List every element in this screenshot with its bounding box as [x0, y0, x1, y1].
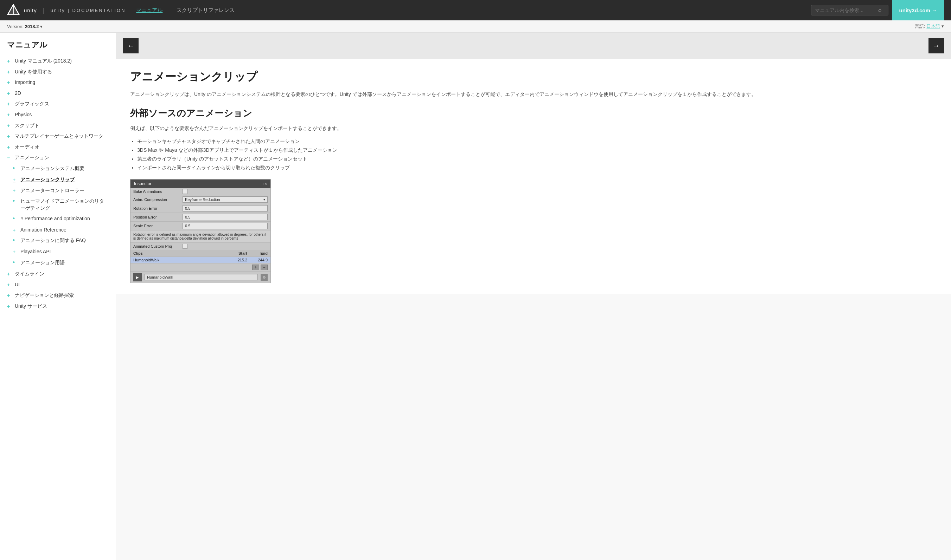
- header-nav: マニュアル スクリプトリファレンス: [136, 7, 811, 14]
- sidebar-item-label: # Performance and optimization: [20, 215, 90, 222]
- sidebar-item-playables-api[interactable]: + Playables API: [0, 247, 116, 257]
- sidebar-item-animation[interactable]: − アニメーション: [0, 152, 116, 163]
- section1-desc: 例えば、以下のような要素を含んだアニメーションクリップをインポートすることができ…: [130, 125, 937, 133]
- sidebar-item-label: Unity を使用する: [15, 69, 52, 75]
- sidebar-item-label: タイムライン: [15, 271, 44, 277]
- search-input[interactable]: [815, 8, 878, 13]
- position-error-row: Position Error 0.5: [130, 213, 270, 222]
- page-title: アニメーションクリップ: [130, 69, 937, 85]
- sidebar-item-label: Unity マニュアル (2018.2): [15, 58, 72, 65]
- sidebar-item-label: UI: [15, 282, 20, 288]
- list-item: モーションキャプチャスタジオでキャプチャされた人間のアニメーション: [137, 137, 937, 146]
- sidebar-item-label: Animation Reference: [20, 226, 66, 234]
- inspector-titlebar: Inspector − □ ×: [130, 180, 270, 188]
- expand-icon: +: [13, 177, 18, 184]
- anim-compression-row: Anim. Compression Keyframe Reduction ▾: [130, 195, 270, 204]
- bake-animations-label: Bake Animations: [133, 189, 182, 194]
- version-value: 2018.2: [25, 24, 39, 29]
- clips-remove-button[interactable]: −: [261, 265, 268, 270]
- sidebar-item-label: Playables API: [20, 248, 51, 255]
- sidebar-item-animation-overview[interactable]: • アニメーションシステム概要: [0, 163, 116, 175]
- sidebar-item-label: アニメーションシステム概要: [20, 165, 84, 172]
- expand-icon: +: [7, 112, 12, 119]
- bake-animations-checkbox[interactable]: [182, 189, 187, 194]
- clips-add-button[interactable]: +: [252, 265, 259, 270]
- inspector-maximize-icon[interactable]: □: [261, 182, 263, 186]
- animated-custom-row: Animated Custom Proj: [130, 243, 270, 250]
- expand-icon: +: [7, 271, 12, 278]
- sidebar-item-label: アニメーション: [15, 154, 49, 161]
- clips-header: Clips Start End: [130, 250, 270, 257]
- sidebar-item-animation-faq[interactable]: • アニメーションに関する FAQ: [0, 235, 116, 247]
- sidebar-item-humanoid-retargeting[interactable]: • ヒューマノイドアニメーションのリターゲティング: [0, 196, 116, 213]
- version-bar: Version: 2018.2 ▾ 言語: 日本語 ▾: [0, 20, 951, 33]
- dot-icon: •: [13, 236, 18, 245]
- play-button[interactable]: ▶: [133, 273, 142, 282]
- dot-icon: •: [13, 197, 18, 206]
- sidebar-item-timeline[interactable]: + タイムライン: [0, 269, 116, 280]
- rotation-error-value: 0.5: [182, 205, 268, 211]
- dot-icon: •: [13, 258, 18, 267]
- sidebar-item-animation-terms[interactable]: • アニメーション用語: [0, 257, 116, 269]
- expand-icon: +: [7, 79, 12, 86]
- sidebar-item-audio[interactable]: + オーディオ: [0, 142, 116, 153]
- playback-bar: ▶ HumanoidWalk ⚙: [130, 272, 270, 283]
- sidebar-item-animation-clip[interactable]: + アニメーションクリップ: [0, 175, 116, 186]
- search-icon: ⌕: [878, 7, 882, 13]
- sidebar-item-label: ナビゲーションと経路探索: [15, 292, 74, 299]
- nav-manual-link[interactable]: マニュアル: [136, 7, 162, 14]
- search-bar[interactable]: ⌕: [811, 5, 888, 15]
- sidebar-item-unity-services[interactable]: + Unity サービス: [0, 301, 116, 312]
- anim-compression-label: Anim. Compression: [133, 197, 182, 202]
- sidebar-item-label: マルチプレイヤーゲームとネットワーク: [15, 133, 103, 140]
- anim-compression-text: Keyframe Reduction: [185, 197, 220, 202]
- gear-button[interactable]: ⚙: [261, 274, 268, 281]
- expand-icon: +: [7, 292, 12, 299]
- dropdown-arrow-icon: ▾: [263, 198, 265, 201]
- sidebar-item-label: Unity サービス: [15, 303, 47, 310]
- clip-end: 244.9: [250, 258, 268, 262]
- expand-icon: +: [7, 303, 12, 310]
- sidebar-item-animation-reference[interactable]: + Animation Reference: [0, 225, 116, 236]
- clips-start-header: Start: [231, 251, 250, 255]
- rotation-error-row: Rotation Error 0.5: [130, 204, 270, 213]
- scale-error-value: 0.5: [182, 223, 268, 229]
- header: unity | unity | DOCUMENTATION マニュアル スクリプ…: [0, 0, 951, 20]
- animated-custom-checkbox[interactable]: [182, 244, 187, 249]
- sidebar-item-animator-controller[interactable]: + アニメーターコントローラー: [0, 186, 116, 196]
- language-selector[interactable]: 言語: 日本語 ▾: [915, 23, 944, 29]
- sidebar-item-unity-usage[interactable]: + Unity を使用する: [0, 67, 116, 78]
- sidebar-item-navigation[interactable]: + ナビゲーションと経路探索: [0, 290, 116, 301]
- inspector-titlebar-controls: − □ ×: [257, 182, 267, 186]
- clip-row[interactable]: HumanoidWalk 215.2 244.9: [130, 257, 270, 263]
- position-error-value: 0.5: [182, 214, 268, 220]
- sidebar-item-script[interactable]: + スクリプト: [0, 120, 116, 131]
- next-button[interactable]: →: [928, 38, 944, 54]
- inspector-close-icon[interactable]: ×: [265, 182, 267, 186]
- sidebar-item-2d[interactable]: + 2D: [0, 88, 116, 99]
- expand-icon: +: [7, 90, 12, 97]
- sidebar-item-ui[interactable]: + UI: [0, 280, 116, 291]
- clips-name-header: Clips: [133, 251, 231, 255]
- list-item: 第三者のライブラリ（Unity のアセットストアなど）のアニメーションセット: [137, 155, 937, 163]
- sidebar-item-unity-manual[interactable]: + Unity マニュアル (2018.2): [0, 56, 116, 67]
- prev-button[interactable]: ←: [123, 38, 139, 54]
- unity3d-link[interactable]: unity3d.com →: [892, 0, 944, 20]
- sidebar-item-graphics[interactable]: + グラフィックス: [0, 99, 116, 109]
- version-label: Version:: [7, 24, 23, 29]
- language-dropdown-icon[interactable]: ▾: [942, 23, 944, 29]
- inspector-minimize-icon[interactable]: −: [257, 182, 259, 186]
- inspector-body: Bake Animations Anim. Compression Keyfra…: [130, 188, 270, 283]
- page-description: アニメーションクリップは、Unity のアニメーションシステムの根幹となる要素の…: [130, 90, 937, 99]
- sidebar-item-physics[interactable]: + Physics: [0, 109, 116, 120]
- sidebar-item-importing[interactable]: + Importing: [0, 77, 116, 88]
- scale-error-label: Scale Error: [133, 224, 182, 228]
- sidebar-item-performance[interactable]: • # Performance and optimization: [0, 214, 116, 225]
- rotation-error-label: Rotation Error: [133, 206, 182, 211]
- dot-icon: •: [13, 164, 18, 173]
- expand-icon: +: [13, 227, 18, 234]
- sidebar-item-multiplayer[interactable]: + マルチプレイヤーゲームとネットワーク: [0, 131, 116, 142]
- clip-start: 215.2: [231, 258, 250, 262]
- version-dropdown-icon[interactable]: ▾: [40, 24, 43, 29]
- expand-icon: +: [7, 69, 12, 76]
